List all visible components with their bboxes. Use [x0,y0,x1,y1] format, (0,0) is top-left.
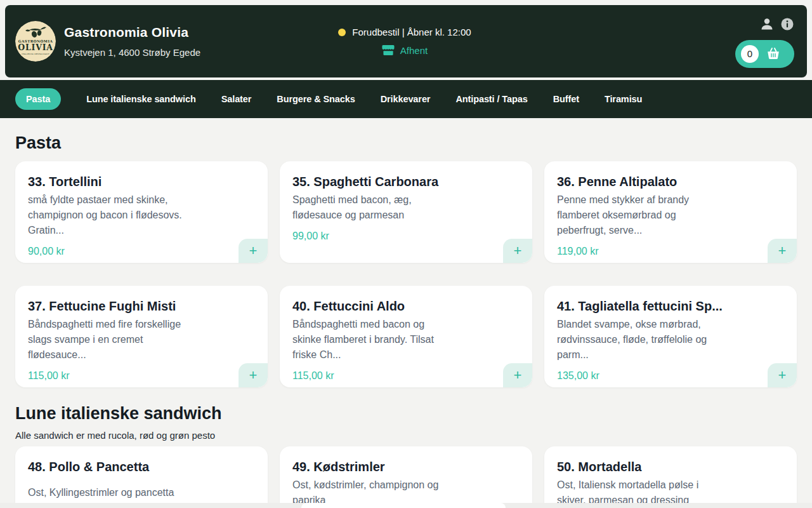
menu-item-card[interactable]: 48. Pollo & Pancetta Ost, Kyllingestriml… [15,446,268,508]
menu-item-description: Båndspaghetti med bacon og skinke flambe… [292,317,448,363]
opening-status: Forudbestil | Åbner kl. 12:00 Afhent [338,27,471,56]
menu-item-card[interactable]: 35. Spaghetti Carbonara Spaghetti med ba… [280,161,532,263]
info-icon [780,17,794,31]
menu-item-description: små fyldte pastaer med skinke, champigno… [28,192,183,238]
menu-item-card[interactable]: 49. Kødstrimler Ost, kødstrimler, champi… [280,446,532,508]
svg-text:OLIVIA: OLIVIA [18,43,53,52]
menu-item-card[interactable]: 33. Tortellini små fyldte pastaer med sk… [15,161,268,263]
status-dot-icon [338,29,346,36]
menu-item-description: Spaghetti med bacon, æg, flødesauce og p… [292,192,448,223]
plus-icon: + [514,244,522,258]
tab-pasta[interactable]: Pasta [15,88,61,110]
tab-burgere-snacks[interactable]: Burgere & Snacks [277,88,355,110]
menu-item-price: 99,00 kr [292,231,520,242]
plus-icon: + [249,244,258,258]
menu-item-price: 90,00 kr [28,246,255,257]
menu-item-card[interactable]: 36. Penne Altipalato Penne med stykker a… [544,161,797,263]
add-to-cart-button[interactable]: + [768,363,797,387]
status-text: Forudbestil | Åbner kl. 12:00 [352,27,471,37]
add-to-cart-button[interactable]: + [239,363,268,387]
menu-item-title: 35. Spaghetti Carbonara [292,173,520,190]
menu-item-title: 37. Fettucine Fughi Misti [28,298,255,314]
cart-button[interactable]: 0 [735,40,794,68]
restaurant-address: Kystvejen 1, 4600 Strøby Egede [64,47,200,58]
menu-item-card[interactable]: 50. Mortadella Ost, Italiensk mortadella… [544,446,797,508]
menu-grid-sandwich: 48. Pollo & Pancetta Ost, Kyllingestriml… [15,446,797,508]
info-button[interactable] [780,17,794,31]
fulfillment-selector[interactable]: Afhent [382,44,428,56]
menu-item-title: 50. Mortadella [557,458,784,475]
section-subtitle-sandwich: Alle sandwich er med rucola, rød og grøn… [15,430,797,441]
plus-icon: + [778,368,787,382]
menu-item-price: 115,00 kr [292,370,520,382]
menu-item-title: 48. Pollo & Pancetta [28,458,255,475]
svg-text:ITALIENSK RESTAURANT: ITALIENSK RESTAURANT [22,53,49,55]
account-area: 0 [471,15,797,68]
menu-item-card[interactable]: 41. Tagliatella fettucini Sp... Blandet … [544,286,797,387]
menu-item-description: Båndspaghetti med fire forskellige slags… [28,317,183,363]
top-bar: GASTRONOMIA OLIVIA ITALIENSK RESTAURANT … [5,5,807,77]
tab-tiramisu[interactable]: Tiramisu [605,88,642,110]
person-icon [759,17,775,32]
fulfillment-label: Afhent [400,45,428,56]
brand: GASTRONOMIA OLIVIA ITALIENSK RESTAURANT … [15,21,338,62]
tab-buffet[interactable]: Buffet [553,88,579,110]
plus-icon: + [778,244,787,258]
category-nav: Pasta Lune italienske sandwich Salater B… [0,80,812,118]
add-to-cart-button[interactable]: + [503,239,532,263]
menu-item-card[interactable]: 40. Fettuccini Aldo Båndspaghetti med ba… [280,286,532,387]
section-title-sandwich: Lune italienske sandwich [15,404,797,424]
menu-item-price: 119,00 kr [557,246,784,257]
menu-item-card[interactable]: 37. Fettucine Fughi Misti Båndspaghetti … [15,286,268,387]
bottom-sheet-peek[interactable] [301,503,506,508]
restaurant-name: Gastronomia Olivia [64,25,200,40]
add-to-cart-button[interactable]: + [239,239,268,263]
menu-item-title: 40. Fettuccini Aldo [292,298,520,314]
menu-grid-pasta: 33. Tortellini små fyldte pastaer med sk… [15,161,797,387]
add-to-cart-button[interactable]: + [503,363,532,387]
plus-icon: + [514,368,522,382]
menu-content: Pasta 33. Tortellini små fyldte pastaer … [0,133,812,508]
tab-antipasti-tapas[interactable]: Antipasti / Tapas [455,88,527,110]
storefront-icon [382,44,395,56]
basket-icon [765,46,782,62]
tab-salater[interactable]: Salater [221,88,252,110]
menu-item-description: Ost, Kyllingestrimler og pancetta [28,485,183,500]
tab-lune-italienske-sandwich[interactable]: Lune italienske sandwich [86,88,195,110]
menu-item-price: 135,00 kr [557,370,784,382]
user-account-button[interactable] [759,17,775,32]
menu-item-description: Penne med stykker af brandy flamberet ok… [557,192,712,238]
menu-item-title: 33. Tortellini [28,173,255,190]
cart-count-badge: 0 [741,45,759,63]
menu-item-description: Blandet svampe, okse mørbrad, rødvinssau… [557,317,712,363]
menu-item-title: 41. Tagliatella fettucini Sp... [557,298,784,314]
add-to-cart-button[interactable]: + [768,239,797,263]
menu-item-price: 115,00 kr [28,370,255,382]
tab-drikkevarer[interactable]: Drikkevarer [381,88,431,110]
menu-item-title: 49. Kødstrimler [292,458,520,475]
plus-icon: + [249,368,258,382]
menu-item-title: 36. Penne Altipalato [557,173,784,190]
section-title-pasta: Pasta [15,133,797,153]
restaurant-logo: GASTRONOMIA OLIVIA ITALIENSK RESTAURANT [15,21,56,62]
